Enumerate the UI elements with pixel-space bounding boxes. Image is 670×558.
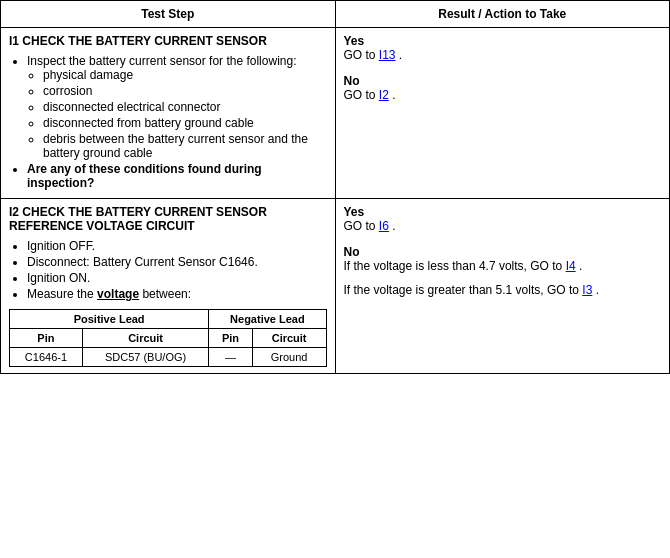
row-i1-yes-label: Yes bbox=[344, 34, 662, 48]
row-i2-step-2: Disconnect: Battery Current Sensor C1646… bbox=[27, 255, 327, 269]
header-result: Result / Action to Take bbox=[335, 1, 670, 28]
row-i2-yes-link[interactable]: I6 bbox=[379, 219, 389, 233]
sub-header-circuit1: Circuit bbox=[82, 329, 208, 348]
row-i1-result: Yes GO to I13 . No GO to I2 . bbox=[335, 28, 670, 199]
row-i2-no-action2: If the voltage is greater than 5.1 volts… bbox=[344, 283, 662, 297]
row-i2-test: I2 CHECK THE BATTERY CURRENT SENSOR REFE… bbox=[1, 199, 336, 374]
row-i1-bullet-2: corrosion bbox=[43, 84, 327, 98]
sub-header-pin1: Pin bbox=[10, 329, 83, 348]
row-i2-step-3: Ignition ON. bbox=[27, 271, 327, 285]
row-i1-yes-block: Yes GO to I13 . bbox=[344, 34, 662, 62]
row-i2-no-action1: If the voltage is less than 4.7 volts, G… bbox=[344, 259, 662, 273]
row-i1-question: Are any of these conditions found during… bbox=[27, 162, 327, 190]
row-i1-no-go: GO to I2 . bbox=[344, 88, 396, 102]
header-test-step: Test Step bbox=[1, 1, 336, 28]
neg-lead-header: Negative Lead bbox=[209, 310, 326, 329]
row-i2-no-action2-text1: If the voltage is greater than 5.1 volts… bbox=[344, 283, 583, 297]
main-table: Test Step Result / Action to Take I1 CHE… bbox=[0, 0, 670, 374]
row-i2-steps-list: Ignition OFF. Disconnect: Battery Curren… bbox=[27, 239, 327, 301]
row-i1-test: I1 CHECK THE BATTERY CURRENT SENSOR Insp… bbox=[1, 28, 336, 199]
row-i2-step-4-text2: between: bbox=[139, 287, 191, 301]
row-i2-result: Yes GO to I6 . No If the voltage is less… bbox=[335, 199, 670, 374]
row-i1-title: I1 CHECK THE BATTERY CURRENT SENSOR bbox=[9, 34, 327, 48]
row-i2-yes-go: GO to I6 . bbox=[344, 219, 396, 233]
measurement-row-1: C1646-1 SDC57 (BU/OG) — Ground bbox=[10, 348, 327, 367]
sub-header-circuit2: Circuit bbox=[252, 329, 326, 348]
row-i1-bullet-1: physical damage bbox=[43, 68, 327, 82]
row-i1-yes-go: GO to I13 . bbox=[344, 48, 403, 62]
row-i1-instruction-intro: Inspect the battery current sensor for t… bbox=[27, 54, 327, 160]
row-i2-title: I2 CHECK THE BATTERY CURRENT SENSOR REFE… bbox=[9, 205, 327, 233]
row-i2-step-4-bold: voltage bbox=[97, 287, 139, 301]
row-i1-no-label: No bbox=[344, 74, 662, 88]
meas-pos-circuit: SDC57 (BU/OG) bbox=[82, 348, 208, 367]
row-i1-bullet-4: disconnected from battery ground cable bbox=[43, 116, 327, 130]
row-i2-no-action1-text2: . bbox=[576, 259, 583, 273]
row-i1-bullet-3: disconnected electrical connector bbox=[43, 100, 327, 114]
row-i2-no-link2[interactable]: I3 bbox=[582, 283, 592, 297]
row-i2-no-label: No bbox=[344, 245, 662, 259]
row-i1-no-block: No GO to I2 . bbox=[344, 74, 662, 102]
row-i1-no-link[interactable]: I2 bbox=[379, 88, 389, 102]
row-i1-instructions-list: Inspect the battery current sensor for t… bbox=[27, 54, 327, 190]
row-i2-yes-block: Yes GO to I6 . bbox=[344, 205, 662, 233]
row-i1: I1 CHECK THE BATTERY CURRENT SENSOR Insp… bbox=[1, 28, 670, 199]
meas-neg-pin: — bbox=[209, 348, 252, 367]
row-i2-no-action1-text1: If the voltage is less than 4.7 volts, G… bbox=[344, 259, 566, 273]
row-i1-bullet-5: debris between the battery current senso… bbox=[43, 132, 327, 160]
row-i1-yes-link[interactable]: I13 bbox=[379, 48, 396, 62]
row-i2-step-4: Measure the voltage between: bbox=[27, 287, 327, 301]
pos-lead-header: Positive Lead bbox=[10, 310, 209, 329]
meas-pos-pin: C1646-1 bbox=[10, 348, 83, 367]
measurement-table: Positive Lead Negative Lead Pin Circuit … bbox=[9, 309, 327, 367]
row-i2-no-action2-text2: . bbox=[592, 283, 599, 297]
row-i2-step-4-text1: Measure the bbox=[27, 287, 97, 301]
row-i2-no-block: No If the voltage is less than 4.7 volts… bbox=[344, 245, 662, 297]
sub-header-pin2: Pin bbox=[209, 329, 252, 348]
row-i2: I2 CHECK THE BATTERY CURRENT SENSOR REFE… bbox=[1, 199, 670, 374]
row-i1-bullet-list: physical damage corrosion disconnected e… bbox=[43, 68, 327, 160]
row-i2-no-link1[interactable]: I4 bbox=[566, 259, 576, 273]
row-i2-step-1: Ignition OFF. bbox=[27, 239, 327, 253]
row-i2-yes-label: Yes bbox=[344, 205, 662, 219]
meas-neg-circuit: Ground bbox=[252, 348, 326, 367]
row-i1-instruction-text: Inspect the battery current sensor for t… bbox=[27, 54, 296, 68]
